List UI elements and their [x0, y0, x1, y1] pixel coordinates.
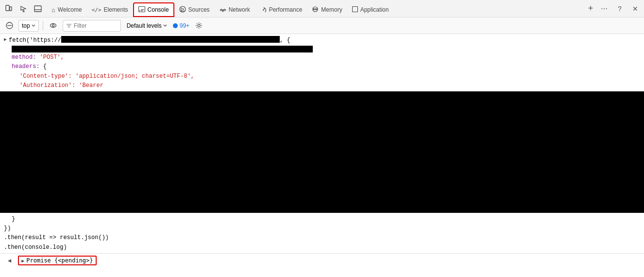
- url-hidden: [61, 36, 280, 43]
- promise-result-bar: ◀ ▶ Promise {<pending>}: [0, 253, 644, 268]
- tab-elements[interactable]: </> Elements: [87, 2, 133, 17]
- nav-arrows: ◀: [4, 256, 15, 265]
- context-selector[interactable]: top: [18, 20, 39, 32]
- error-count-badge: 99+: [173, 22, 189, 29]
- close-devtools-button[interactable]: ✕: [628, 2, 642, 16]
- svg-point-10: [222, 11, 223, 12]
- expand-arrow[interactable]: ▶: [4, 36, 7, 44]
- log-levels-label: Default levels: [127, 22, 162, 29]
- network-icon: [220, 6, 226, 14]
- promise-label: Promise {<pending>}: [26, 257, 93, 264]
- tab-welcome-label: Welcome: [58, 6, 82, 13]
- svg-point-23: [198, 24, 200, 27]
- content-type-value: 'application/json; charset=UTF-8',: [75, 72, 194, 81]
- add-tab-button[interactable]: +: [584, 2, 597, 16]
- help-button[interactable]: ?: [613, 2, 627, 16]
- filter-input[interactable]: [74, 22, 113, 29]
- svg-rect-0: [6, 5, 9, 11]
- tab-bar: ⌂ Welcome </> Elements Console: [0, 0, 644, 17]
- context-selector-label: top: [22, 22, 30, 29]
- hidden-content-block: [0, 91, 644, 213]
- then1: .then(result => result.json()): [4, 233, 109, 242]
- tab-memory[interactable]: Memory: [307, 2, 347, 17]
- clear-console-button[interactable]: [3, 19, 16, 32]
- svg-rect-1: [10, 7, 12, 11]
- tab-memory-label: Memory: [321, 6, 342, 13]
- auth-key: 'Authorization':: [19, 81, 79, 90]
- device-toggle-button[interactable]: [2, 2, 16, 16]
- application-icon: [352, 6, 358, 14]
- tab-console[interactable]: Console: [133, 2, 174, 17]
- svg-point-18: [51, 24, 56, 28]
- hidden-line: [12, 46, 313, 52]
- eye-filter-button[interactable]: [47, 19, 60, 32]
- toolbar-divider: [43, 21, 43, 31]
- tabs-container: ⌂ Welcome </> Elements Console: [47, 0, 584, 17]
- tab-network-label: Network: [229, 6, 250, 13]
- svg-point-5: [139, 10, 140, 11]
- filter-area: [63, 20, 121, 32]
- performance-icon: [260, 6, 267, 14]
- tab-performance-label: Performance: [269, 6, 303, 13]
- method-key: method:: [12, 53, 40, 62]
- tab-welcome[interactable]: ⌂ Welcome: [47, 2, 87, 17]
- auth-value: 'Bearer: [79, 81, 103, 90]
- svg-point-13: [263, 10, 264, 11]
- console-entry-closing: } }) .then(result => result.json()) .the…: [0, 213, 644, 253]
- closing-paren: }): [4, 224, 11, 233]
- tab-sources-label: Sources: [188, 6, 210, 13]
- sources-icon: [179, 6, 186, 14]
- welcome-icon: ⌂: [51, 6, 55, 14]
- tab-application[interactable]: Application: [347, 2, 394, 17]
- filter-icon: [66, 23, 72, 28]
- svg-rect-15: [352, 6, 357, 12]
- tab-network[interactable]: Network: [215, 2, 255, 17]
- error-count-label: 99+: [180, 22, 189, 29]
- more-options-button[interactable]: ⋯: [597, 2, 611, 16]
- method-value: 'POST',: [40, 53, 64, 62]
- promise-badge[interactable]: ▶ Promise {<pending>}: [18, 256, 96, 265]
- then2: .then(console.log): [4, 243, 67, 252]
- headers-brace: {: [43, 62, 47, 71]
- log-levels-dropdown[interactable]: Default levels: [124, 20, 170, 32]
- fetch-suffix: , {: [280, 36, 290, 45]
- promise-expand-arrow[interactable]: ▶: [21, 258, 24, 263]
- tab-performance[interactable]: Performance: [255, 2, 307, 17]
- tab-console-label: Console: [148, 6, 169, 13]
- console-toolbar: top Default levels 99+: [0, 17, 644, 34]
- tab-bar-right-buttons: ⋯ ? ✕: [597, 2, 642, 16]
- elements-icon: </>: [92, 7, 102, 13]
- console-entry-fetch: ▶ fetch('https:// , { method: 'POST', he…: [0, 34, 644, 91]
- console-settings-button[interactable]: [192, 19, 205, 32]
- console-icon: [138, 6, 145, 14]
- inspect-button[interactable]: [17, 2, 30, 16]
- closing-brace: }: [12, 215, 15, 224]
- drawer-button[interactable]: [31, 2, 45, 16]
- content-type-key: 'Content-type':: [19, 72, 75, 81]
- svg-rect-2: [34, 6, 41, 12]
- tab-application-label: Application: [360, 6, 389, 13]
- fetch-prefix: fetch('https://: [9, 36, 61, 45]
- console-output[interactable]: ▶ fetch('https:// , { method: 'POST', he…: [0, 34, 644, 277]
- badge-dot: [173, 23, 178, 28]
- tab-sources[interactable]: Sources: [174, 2, 215, 17]
- nav-left-button[interactable]: ◀: [6, 256, 13, 265]
- svg-point-19: [52, 25, 54, 27]
- headers-key: headers:: [12, 62, 43, 71]
- memory-icon: [312, 6, 319, 14]
- tab-bar-left-icons: [2, 2, 45, 16]
- tab-elements-label: Elements: [104, 6, 128, 13]
